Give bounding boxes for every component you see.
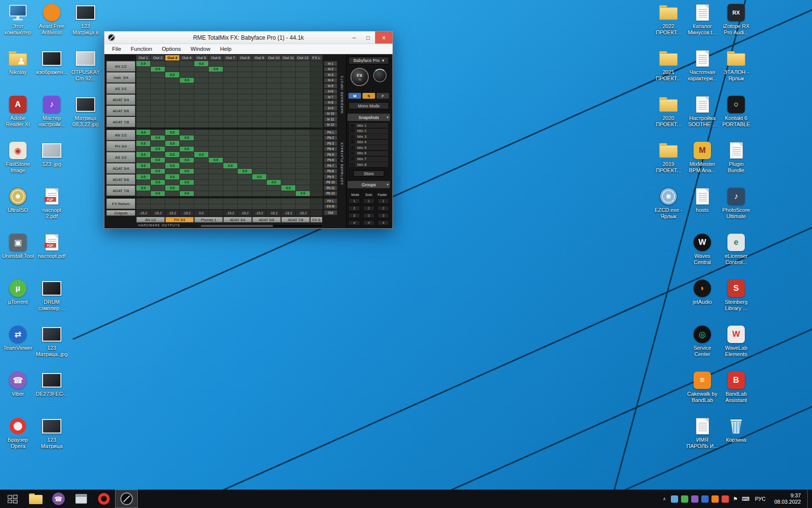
matrix-cell[interactable] — [209, 141, 223, 147]
matrix-cell[interactable] — [252, 152, 267, 158]
matrix-cell[interactable] — [281, 61, 296, 67]
matrix-cell[interactable] — [252, 185, 267, 191]
matrix-cell[interactable] — [194, 141, 209, 147]
matrix-cell[interactable] — [209, 130, 223, 135]
matrix-cell[interactable] — [296, 185, 310, 191]
matrix-cell[interactable] — [296, 72, 310, 78]
matrix-cell[interactable] — [281, 204, 296, 210]
matrix-cell[interactable] — [180, 105, 194, 111]
matrix-cell[interactable] — [136, 135, 151, 141]
matrix-cell[interactable] — [267, 94, 281, 100]
desktop-icon[interactable]: 2020 ПРОЕКТ... — [652, 95, 684, 128]
matrix-cell[interactable] — [165, 169, 180, 175]
matrix-cell[interactable] — [310, 147, 323, 152]
matrix-cell[interactable] — [209, 198, 223, 204]
matrix-cell[interactable] — [267, 185, 281, 191]
group-cell[interactable]: 2 — [377, 206, 389, 211]
matrix-cell[interactable] — [136, 204, 151, 210]
monitor-knob[interactable] — [373, 69, 387, 82]
matrix-cell[interactable] — [267, 204, 281, 210]
maximize-button[interactable]: □ — [361, 31, 375, 44]
matrix-row-label[interactable]: FX R — [324, 204, 337, 209]
matrix-cell[interactable] — [136, 89, 151, 95]
matrix-cell[interactable]: 0.0 — [180, 191, 194, 197]
matrix-cell[interactable] — [310, 61, 323, 67]
matrix-cell[interactable] — [296, 147, 310, 152]
snapshot-item[interactable]: Mix 5 — [349, 145, 388, 150]
matrix-cell[interactable] — [194, 135, 209, 141]
s-button[interactable]: S — [362, 93, 375, 99]
matrix-cell[interactable] — [267, 158, 281, 164]
matrix-cell[interactable] — [223, 72, 238, 78]
matrix-cell[interactable] — [310, 130, 323, 135]
matrix-cell[interactable] — [209, 111, 223, 117]
matrix-cell[interactable] — [194, 94, 209, 100]
matrix-cell[interactable] — [180, 141, 194, 147]
desktop-icon[interactable]: ИМЯ ПАРОЛЬ И... — [686, 417, 718, 449]
matrix-column-header[interactable]: Out 5 — [194, 55, 209, 60]
matrix-cell[interactable] — [165, 135, 180, 141]
matrix-cell[interactable] — [194, 100, 209, 106]
matrix-cell[interactable] — [136, 191, 151, 197]
show-desktop-button[interactable] — [807, 490, 811, 508]
matrix-cell[interactable] — [209, 72, 223, 78]
output-name[interactable]: AN 1/2 — [136, 217, 165, 223]
matrix-cell[interactable] — [151, 204, 165, 210]
matrix-cell[interactable] — [267, 67, 281, 73]
matrix-cell[interactable] — [296, 117, 310, 122]
matrix-cell[interactable] — [238, 158, 252, 164]
matrix-cell[interactable] — [194, 158, 209, 164]
matrix-cell[interactable] — [296, 83, 310, 89]
matrix-cell[interactable] — [252, 67, 267, 73]
matrix-cell[interactable]: 0.0 — [136, 174, 151, 180]
matrix-cell[interactable] — [238, 61, 252, 67]
matrix-cell[interactable] — [223, 141, 238, 147]
matrix-cell[interactable] — [281, 174, 296, 180]
matrix-cell[interactable] — [296, 204, 310, 210]
matrix-cell[interactable] — [310, 105, 323, 111]
matrix-cell[interactable] — [194, 180, 209, 186]
title-bar[interactable]: RME TotalMix FX: Babyface Pro (1) - 44.1… — [104, 31, 392, 44]
matrix-cell[interactable] — [296, 94, 310, 100]
matrix-cell[interactable] — [252, 130, 267, 135]
matrix-cell[interactable] — [165, 204, 180, 210]
matrix-cell[interactable] — [252, 198, 267, 204]
output-name[interactable]: ADAT 3/4 — [223, 217, 252, 223]
matrix-cell[interactable] — [151, 105, 165, 111]
matrix-cell[interactable] — [238, 204, 252, 210]
matrix-cell[interactable] — [310, 158, 323, 164]
group-cell[interactable]: 4 — [377, 220, 389, 225]
matrix-cell[interactable] — [136, 169, 151, 175]
desktop-icon[interactable]: 2022 ПРОЕКТ... — [652, 3, 684, 36]
matrix-cell[interactable] — [209, 169, 223, 175]
matrix-row-label[interactable]: In 10 — [324, 111, 337, 117]
matrix-cell[interactable] — [180, 94, 194, 100]
matrix-cell[interactable] — [223, 117, 238, 122]
matrix-row-label[interactable]: In 1 — [324, 61, 337, 66]
group-cell[interactable]: 2 — [363, 206, 375, 211]
matrix-cell[interactable]: 0.0 — [151, 191, 165, 197]
language-indicator[interactable]: РУС — [753, 496, 768, 502]
matrix-cell[interactable] — [310, 198, 323, 204]
matrix-cell[interactable] — [223, 61, 238, 67]
desktop-icon[interactable]: Nikolay — [2, 49, 34, 75]
menu-window[interactable]: Window — [186, 45, 215, 53]
matrix-cell[interactable] — [223, 198, 238, 204]
matrix-cell[interactable] — [296, 158, 310, 164]
matrix-cell[interactable]: 0.0 — [209, 67, 223, 73]
desktop-icon[interactable]: WWaveLab Elements 10.0 — [720, 325, 752, 358]
matrix-cell[interactable] — [223, 89, 238, 95]
matrix-cell[interactable] — [223, 191, 238, 197]
matrix-cell[interactable] — [238, 180, 252, 186]
matrix-cell[interactable]: 0.0 — [209, 158, 223, 164]
matrix-cell[interactable] — [180, 122, 194, 128]
matrix-cell[interactable] — [267, 141, 281, 147]
matrix-cell[interactable] — [252, 141, 267, 147]
group-cell[interactable]: 1 — [363, 198, 375, 204]
matrix-cell[interactable] — [136, 105, 151, 111]
matrix-cell[interactable]: 0.0 — [136, 152, 151, 158]
desktop-icon[interactable]: ≡Cakewalk by BandLab — [686, 371, 718, 403]
fx-knob[interactable]: FX % — [350, 68, 369, 86]
matrix-cell[interactable]: 0.0 — [165, 72, 180, 78]
desktop-icon[interactable]: WWaves Central — [686, 233, 718, 266]
